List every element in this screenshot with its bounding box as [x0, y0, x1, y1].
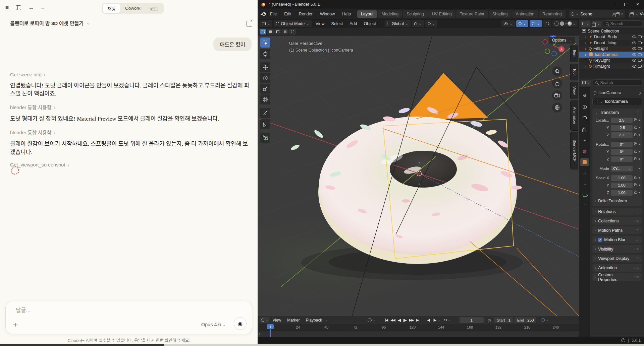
workspace-uv-editing[interactable]: UV Editing [428, 10, 455, 18]
tab-object-data[interactable] [580, 191, 589, 199]
scale-y-field[interactable]: 1.00 [611, 183, 633, 188]
workspace-shading[interactable]: Shading [489, 10, 512, 18]
workspace-layout[interactable]: Layout [357, 10, 377, 18]
solid-shading-button[interactable] [560, 21, 564, 26]
location-y-field[interactable]: -2.5 [611, 125, 633, 131]
workspace-rendering[interactable]: Rendering [539, 10, 566, 18]
panel-motion-paths[interactable]: ›Motion Paths∷∷ [592, 226, 642, 234]
delta-transform-toggle[interactable]: › Delta Transform [592, 197, 642, 206]
channel-expander-icon[interactable]: › [259, 332, 260, 336]
camera-visibility-icon[interactable] [638, 42, 642, 44]
outliner-row[interactable]: › ▼ Donut_Body [579, 34, 644, 40]
next-keyframe-button[interactable]: ▶▶ [408, 318, 415, 322]
reply-input[interactable] [16, 307, 150, 314]
lock-open-icon[interactable] [634, 184, 637, 186]
panel-visibility[interactable]: ›Visibility∷∷ [592, 245, 642, 253]
timeline-menu-playback[interactable]: Playback [303, 318, 325, 323]
transform-orientation-selector[interactable]: Global ⌄ [385, 20, 411, 27]
sidebar-tab-blendermcp[interactable]: BlenderMCP [570, 132, 578, 169]
animate-dot[interactable] [639, 177, 640, 179]
rendered-shading-button[interactable] [568, 21, 572, 26]
options-button[interactable]: Options ⌄ [549, 37, 575, 44]
animate-dot[interactable] [639, 168, 640, 169]
viewport-menu-object[interactable]: Object [361, 21, 379, 26]
hamburger-menu-icon[interactable]: ≡ [3, 4, 11, 11]
outliner-display-mode[interactable]: ⌄ [581, 21, 590, 27]
tab-render[interactable] [580, 103, 589, 111]
lock-open-icon[interactable] [634, 127, 637, 129]
camera-view-button[interactable] [552, 90, 562, 100]
workspace-texture-paint[interactable]: Texture Paint [456, 10, 488, 18]
rotation-y-field[interactable]: 0° [611, 149, 633, 155]
properties-editor-type[interactable]: ⌄ [581, 80, 591, 86]
tab-view-layer[interactable] [580, 125, 589, 133]
panel-motion-blur[interactable]: ›✓Motion Blur∷∷ [592, 236, 642, 244]
animate-dot[interactable] [639, 192, 640, 193]
keying-set-button[interactable]: ⌄ [444, 318, 450, 322]
tool-call-blender-integration[interactable]: blender 통합 사용함 › [10, 103, 55, 111]
axis-neg-y[interactable] [545, 49, 550, 54]
outliner-search[interactable]: Search [603, 20, 643, 27]
panel-custom-properties[interactable]: ›Custom Properties∷∷ [592, 273, 642, 281]
axis-neg-z[interactable] [552, 51, 556, 56]
scale-tool[interactable] [260, 84, 270, 94]
animate-dot[interactable] [639, 158, 640, 160]
timeline-track[interactable]: › [258, 331, 579, 337]
expand-arrow-icon[interactable]: › [584, 58, 587, 62]
viewport-3d[interactable]: User Perspective (1) Scene Collection | … [258, 36, 579, 316]
object-name-field[interactable]: ⌄ IconCamera [592, 98, 642, 105]
material-preview-shading-button[interactable] [565, 23, 567, 24]
eye-icon[interactable] [632, 47, 636, 50]
outliner-row-selected[interactable]: › IconCamera [579, 52, 644, 58]
orthographic-toggle-button[interactable] [552, 102, 562, 113]
outliner-row[interactable]: › FillLight [579, 46, 644, 52]
outliner-row[interactable]: › RimLight [579, 63, 644, 69]
animate-dot[interactable] [639, 151, 640, 152]
drag-dots-icon[interactable]: ∷∷ [634, 111, 639, 114]
tab-object[interactable] [580, 158, 589, 166]
prev-frame-button[interactable]: ◀| [426, 318, 431, 322]
close-button[interactable]: × [633, 1, 643, 8]
annotate-tool[interactable] [260, 108, 270, 118]
show-gizmo-toggle[interactable]: ⌄ [516, 20, 528, 27]
play-reverse-button[interactable]: ◀ [396, 318, 402, 323]
sidebar-tab-animation[interactable]: Animation [570, 100, 578, 131]
visibility-dropdown[interactable]: ⌄ [501, 20, 515, 27]
expand-arrow-icon[interactable]: › [584, 47, 587, 51]
frame-end-field[interactable]: End 250 [515, 317, 537, 323]
measure-tool[interactable] [260, 119, 270, 129]
axis-neg-x[interactable] [543, 40, 547, 44]
scene-selector[interactable]: ⌄ Scene × [569, 10, 625, 18]
animate-dot[interactable] [639, 127, 640, 128]
checkbox-checked[interactable]: ✓ [598, 238, 602, 242]
jump-to-start-button[interactable]: |◀ [384, 318, 389, 322]
snapping-button[interactable]: ⌄ [412, 20, 424, 27]
scale-x-field[interactable]: 1.00 [611, 175, 633, 181]
editor-type-button[interactable]: ⌄ [260, 20, 272, 27]
sidebar-tab-tool[interactable]: Tool [570, 64, 578, 80]
proportional-editing-button[interactable]: ⌄ [425, 20, 437, 27]
expand-arrow-icon[interactable]: › [584, 64, 587, 68]
lock-open-icon[interactable] [634, 119, 637, 121]
animate-dot[interactable] [639, 185, 640, 186]
playhead-frame-badge[interactable]: 1 [267, 324, 274, 329]
xray-toggle[interactable] [543, 20, 551, 27]
camera-visibility-icon[interactable] [638, 47, 642, 50]
select-mode-intersect-button[interactable] [289, 29, 296, 34]
eye-icon[interactable] [632, 42, 636, 44]
tab-tool[interactable]: ⚒ [580, 92, 589, 100]
outliner-row-scene-collection[interactable]: Scene Collection [579, 28, 644, 34]
sidebar-toggle-icon[interactable] [15, 4, 22, 11]
select-mode-extend-button[interactable] [267, 29, 274, 34]
viewport-menu-select[interactable]: Select [329, 21, 346, 26]
jump-to-end-button[interactable]: ▶| [415, 318, 420, 322]
eye-icon[interactable] [632, 53, 636, 56]
rotation-x-field[interactable]: 0° [611, 142, 633, 147]
timeline-editor-type[interactable]: ⌄ [260, 317, 269, 323]
show-overlays-toggle[interactable]: ⌄ [530, 20, 542, 27]
workspace-animation[interactable]: Animation [512, 10, 538, 18]
location-z-field[interactable]: 2.2 [611, 132, 633, 138]
workspace-modeling[interactable]: Modeling [378, 10, 402, 18]
lock-open-icon[interactable] [634, 143, 637, 145]
select-mode-subtract-button[interactable] [274, 29, 281, 34]
